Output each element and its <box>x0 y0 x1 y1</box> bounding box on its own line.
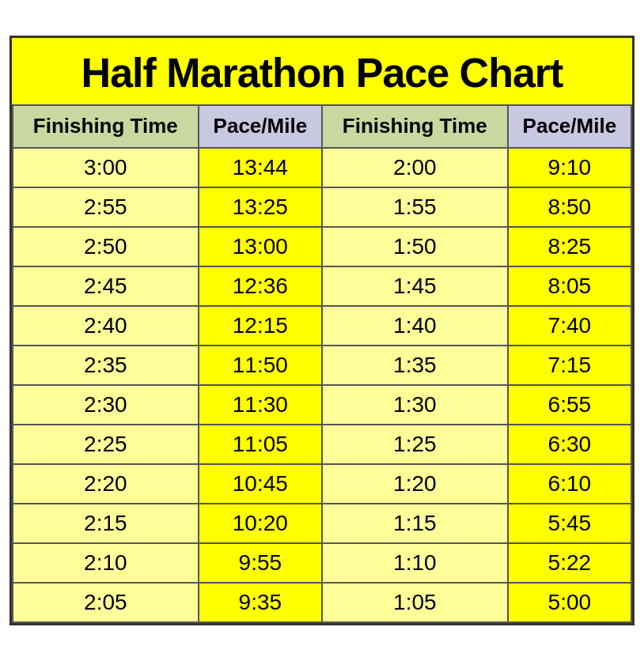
finishing-time-left: 2:10 <box>13 543 199 583</box>
finishing-time-right: 1:35 <box>322 346 508 385</box>
header-finishing-time-1: Finishing Time <box>13 105 199 147</box>
table-row: 2:2511:051:256:30 <box>13 425 631 464</box>
pace-mile-right: 5:22 <box>508 543 631 583</box>
pace-mile-left: 11:50 <box>199 346 322 385</box>
finishing-time-right: 1:50 <box>322 227 508 266</box>
pace-mile-right: 5:45 <box>508 504 631 543</box>
table-row: 2:5013:001:508:25 <box>13 227 631 266</box>
finishing-time-left: 2:20 <box>13 464 199 504</box>
finishing-time-right: 1:30 <box>322 385 508 425</box>
pace-mile-left: 9:35 <box>199 583 322 622</box>
pace-mile-left: 10:20 <box>199 504 322 543</box>
table-row: 2:4012:151:407:40 <box>13 306 631 346</box>
header-pace-mile-2: Pace/Mile <box>508 105 631 147</box>
finishing-time-right: 1:05 <box>322 583 508 622</box>
pace-mile-right: 8:25 <box>508 227 631 266</box>
table-row: 2:059:351:055:00 <box>13 583 631 622</box>
table-row: 2:5513:251:558:50 <box>13 187 631 227</box>
pace-mile-left: 13:00 <box>199 227 322 266</box>
finishing-time-left: 3:00 <box>13 148 199 187</box>
pace-mile-left: 11:05 <box>199 425 322 464</box>
table-row: 2:2010:451:206:10 <box>13 464 631 504</box>
header-finishing-time-2: Finishing Time <box>322 105 508 147</box>
finishing-time-right: 2:00 <box>322 148 508 187</box>
finishing-time-left: 2:40 <box>13 306 199 346</box>
finishing-time-right: 1:20 <box>322 464 508 504</box>
finishing-time-right: 1:45 <box>322 266 508 306</box>
finishing-time-right: 1:55 <box>322 187 508 227</box>
pace-mile-right: 8:05 <box>508 266 631 306</box>
pace-mile-right: 6:30 <box>508 425 631 464</box>
pace-mile-left: 13:25 <box>199 187 322 227</box>
chart-container: Half Marathon Pace Chart Finishing Time … <box>9 36 635 625</box>
pace-mile-left: 11:30 <box>199 385 322 425</box>
finishing-time-left: 2:25 <box>13 425 199 464</box>
finishing-time-left: 2:50 <box>13 227 199 266</box>
header-pace-mile-1: Pace/Mile <box>199 105 322 147</box>
table-row: 3:0013:442:009:10 <box>13 148 631 187</box>
pace-mile-left: 13:44 <box>199 148 322 187</box>
pace-mile-right: 7:15 <box>508 346 631 385</box>
pace-mile-right: 9:10 <box>508 148 631 187</box>
finishing-time-left: 2:55 <box>13 187 199 227</box>
finishing-time-left: 2:45 <box>13 266 199 306</box>
chart-title: Half Marathon Pace Chart <box>12 38 632 104</box>
finishing-time-right: 1:40 <box>322 306 508 346</box>
finishing-time-left: 2:30 <box>13 385 199 425</box>
pace-mile-right: 5:00 <box>508 583 631 622</box>
finishing-time-left: 2:15 <box>13 504 199 543</box>
finishing-time-right: 1:10 <box>322 543 508 583</box>
pace-mile-right: 6:55 <box>508 385 631 425</box>
pace-mile-left: 9:55 <box>199 543 322 583</box>
pace-mile-left: 12:36 <box>199 266 322 306</box>
table-row: 2:1510:201:155:45 <box>13 504 631 543</box>
pace-mile-right: 7:40 <box>508 306 631 346</box>
finishing-time-left: 2:05 <box>13 583 199 622</box>
pace-mile-left: 10:45 <box>199 464 322 504</box>
pace-mile-left: 12:15 <box>199 306 322 346</box>
pace-mile-right: 6:10 <box>508 464 631 504</box>
finishing-time-right: 1:25 <box>322 425 508 464</box>
table-row: 2:109:551:105:22 <box>13 543 631 583</box>
pace-table: Finishing Time Pace/Mile Finishing Time … <box>12 104 632 622</box>
table-row: 2:4512:361:458:05 <box>13 266 631 306</box>
finishing-time-right: 1:15 <box>322 504 508 543</box>
table-row: 2:3011:301:306:55 <box>13 385 631 425</box>
pace-mile-right: 8:50 <box>508 187 631 227</box>
table-row: 2:3511:501:357:15 <box>13 346 631 385</box>
finishing-time-left: 2:35 <box>13 346 199 385</box>
